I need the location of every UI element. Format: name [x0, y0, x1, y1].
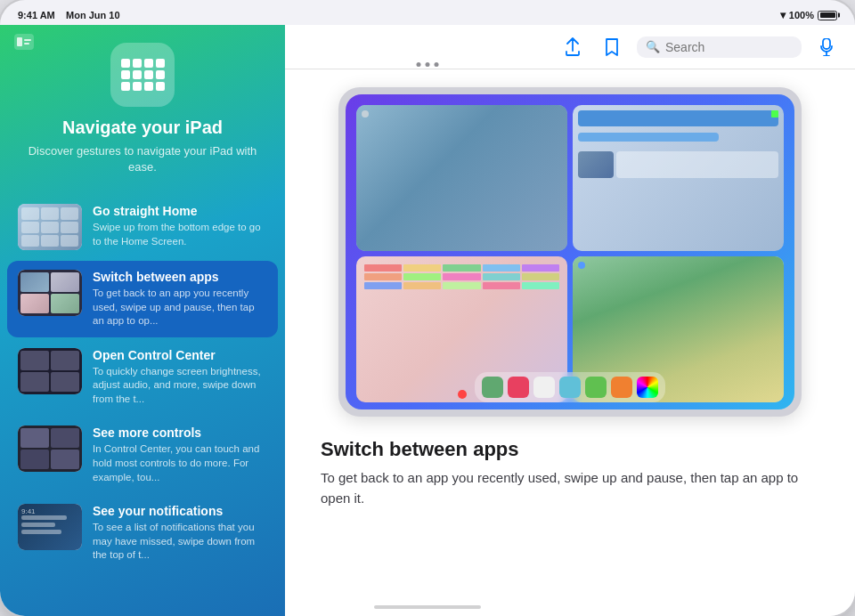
sidebar-item-title-control: Open Control Center — [93, 348, 267, 362]
red-dot — [458, 390, 467, 399]
sidebar-item-more-controls[interactable]: See more controls In Control Center, you… — [7, 417, 278, 493]
wifi-icon: ▾ — [780, 9, 786, 21]
dock-icon-1 — [482, 377, 503, 398]
icon-grid — [121, 59, 165, 91]
sidebar-item-go-home[interactable]: Go straight Home Swipe up from the botto… — [7, 195, 278, 259]
search-input[interactable] — [665, 40, 793, 54]
article-description: To get back to an app you recently used,… — [321, 468, 819, 508]
thumb-notif: 9:41 — [18, 504, 82, 550]
sidebar-subtitle: Discover gestures to navigate your iPad … — [21, 143, 264, 175]
icon-dot — [133, 82, 142, 91]
svg-rect-4 — [823, 38, 830, 49]
dock-icon-7 — [637, 377, 658, 398]
microphone-button[interactable] — [812, 33, 841, 61]
share-button[interactable] — [558, 33, 587, 61]
dock-icon-2 — [508, 377, 529, 398]
sidebar-item-desc-control: To quickly change screen brightness, adj… — [93, 365, 267, 407]
sidebar-title: Navigate your iPad — [62, 118, 223, 138]
toolbar-dots — [417, 62, 439, 67]
dock-icon-6 — [611, 377, 632, 398]
app-card-photo — [356, 105, 567, 251]
ipad-illustration-container — [321, 87, 819, 417]
ipad-mockup — [338, 87, 802, 417]
icon-dot — [133, 59, 142, 68]
sidebar-item-text-more: See more controls In Control Center, you… — [93, 426, 267, 484]
icon-dot — [144, 82, 153, 91]
sidebar: Navigate your iPad Discover gestures to … — [0, 25, 285, 616]
icon-dot — [121, 82, 130, 91]
main-panel: 🔍 — [285, 25, 855, 616]
sidebar-item-thumb-switch — [18, 270, 82, 316]
sidebar-item-text-notif: See your notifications To see a list of … — [93, 504, 267, 563]
status-date: Mon Jun 10 — [66, 10, 120, 20]
sidebar-item-desc-go-home: Swipe up from the bottom edge to go to t… — [93, 221, 267, 248]
cal-grid — [361, 261, 563, 293]
sidebar-item-notifications[interactable]: 9:41 See your notifications To see a lis… — [7, 495, 278, 571]
battery-icon — [818, 11, 837, 20]
icon-dot — [144, 70, 153, 79]
sidebar-item-text-go-home: Go straight Home Swipe up from the botto… — [93, 204, 267, 248]
content-area: Navigate your iPad Discover gestures to … — [0, 25, 855, 616]
icon-dot — [121, 70, 130, 79]
icon-dot — [144, 59, 153, 68]
icon-dot — [156, 70, 165, 79]
main-content: Switch between apps To get back to an ap… — [285, 69, 855, 616]
sidebar-item-thumb-more — [18, 426, 82, 472]
sidebar-item-title-notif: See your notifications — [93, 504, 267, 518]
home-indicator — [374, 605, 481, 609]
dot-1 — [417, 62, 421, 67]
sidebar-item-text-control: Open Control Center To quickly change sc… — [93, 348, 267, 407]
toolbar: 🔍 — [285, 25, 855, 69]
sidebar-item-desc-notif: To see a list of notifications that you … — [93, 521, 267, 563]
sidebar-header: Navigate your iPad Discover gestures to … — [0, 25, 285, 190]
dock-icon-5 — [585, 377, 607, 398]
search-icon: 🔍 — [646, 40, 660, 53]
battery-fill — [820, 12, 835, 18]
sidebar-item-title-more: See more controls — [93, 426, 267, 440]
app-dock — [475, 372, 665, 402]
status-bar: 9:41 AM Mon Jun 10 ▾ 100% — [0, 0, 855, 25]
icon-dot — [121, 59, 130, 68]
article-title: Switch between apps — [321, 438, 819, 461]
card-dot-2 — [771, 110, 778, 118]
dot-2 — [426, 62, 430, 67]
card-dot-4 — [578, 262, 585, 269]
sidebar-item-switch-apps[interactable]: Switch between apps To get back to an ap… — [7, 261, 278, 337]
sidebar-item-thumb-go-home — [18, 204, 82, 250]
sidebar-item-title-go-home: Go straight Home — [93, 204, 267, 218]
app-card-messages — [573, 105, 784, 251]
sidebar-item-control-center[interactable]: Open Control Center To quickly change sc… — [7, 339, 278, 416]
card-dot-1 — [362, 110, 369, 118]
svg-rect-3 — [24, 43, 29, 45]
sidebar-items-list: Go straight Home Swipe up from the botto… — [0, 190, 285, 616]
ipad-mockup-screen — [346, 94, 794, 409]
sidebar-toggle-button[interactable] — [14, 34, 34, 54]
sidebar-item-title-switch: Switch between apps — [93, 270, 267, 284]
sidebar-item-desc-more: In Control Center, you can touch and hol… — [93, 442, 267, 484]
sidebar-item-thumb-notif: 9:41 — [18, 504, 82, 550]
ipad-frame: 9:41 AM Mon Jun 10 ▾ 100% — [0, 0, 855, 616]
thumb-home-grid — [18, 204, 82, 250]
icon-dot — [156, 59, 165, 68]
battery-percentage: 100% — [789, 10, 814, 20]
dock-icon-4 — [559, 377, 581, 398]
sidebar-item-desc-switch: To get back to an app you recently used,… — [93, 287, 267, 328]
sidebar-item-thumb-control — [18, 348, 82, 394]
sidebar-item-text-switch: Switch between apps To get back to an ap… — [93, 270, 267, 328]
dot-3 — [435, 62, 439, 67]
svg-rect-1 — [17, 37, 22, 46]
search-bar[interactable]: 🔍 — [637, 36, 802, 58]
thumb-control-grid — [18, 348, 82, 394]
thumb-switch-grid — [18, 270, 82, 316]
dock-icon-3 — [533, 377, 555, 398]
sidebar-app-icon — [110, 43, 175, 107]
status-indicators: ▾ 100% — [780, 9, 837, 21]
thumb-more-grid — [18, 426, 82, 472]
icon-dot — [133, 70, 142, 79]
bookmark-button[interactable] — [598, 33, 626, 61]
status-time-date: 9:41 AM Mon Jun 10 — [18, 10, 120, 20]
icon-dot — [156, 82, 165, 91]
svg-rect-2 — [24, 39, 31, 41]
status-time: 9:41 AM — [18, 10, 55, 20]
